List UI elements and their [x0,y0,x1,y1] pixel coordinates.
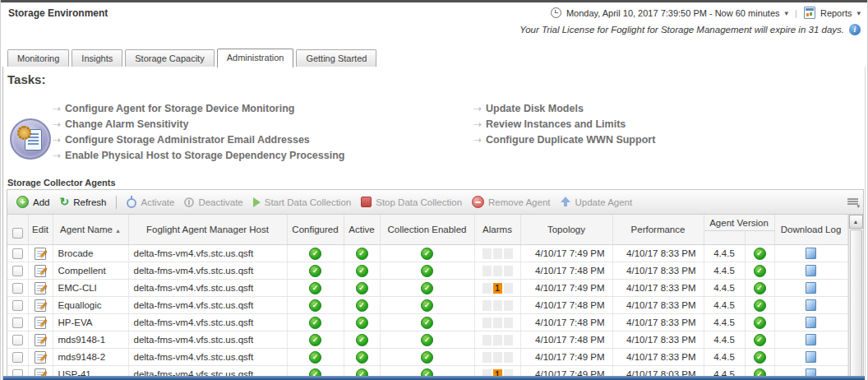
chevron-down-icon: ▾ [856,203,860,210]
table-row: Brocade delta-fms-vm4.vfs.stc.us.qsft 4/… [7,245,847,262]
tab-monitoring[interactable]: Monitoring [7,49,69,67]
scrollbar-thumb[interactable] [850,229,862,380]
col-agent-version-number [704,231,745,245]
edit-icon[interactable] [35,317,46,329]
row-checkbox[interactable] [12,352,23,363]
toolbar-separator [116,196,117,209]
download-log-icon[interactable] [806,282,816,294]
alarm-indicators [478,266,517,276]
reports-menu[interactable]: Reports [820,8,852,18]
edit-icon[interactable] [35,334,46,346]
download-log-icon[interactable] [806,317,816,328]
row-checkbox[interactable] [12,266,23,276]
add-button[interactable]: + Add [12,196,53,208]
table-row: Equallogic delta-fms-vm4.vfs.stc.us.qsft… [7,297,847,314]
remove-agent-button[interactable]: Remove Agent [468,196,554,208]
tab-getting-started[interactable]: Getting Started [296,49,376,67]
col-download-log[interactable]: Download Log [774,215,847,245]
performance-time-cell: 4/10/17 8:33 PM [612,349,704,366]
download-log-icon[interactable] [806,299,816,311]
download-log-icon[interactable] [806,248,816,259]
task-link-change-alarm-sensitivity[interactable]: ⇢ Change Alarm Sensitivity [53,116,344,132]
edit-icon[interactable] [35,265,46,277]
tab-storage-capacity[interactable]: Storage Capacity [125,49,214,67]
alarm-box [504,300,513,311]
update-agent-button[interactable]: Update Agent [556,197,637,207]
row-checkbox[interactable] [12,335,23,345]
alarm-indicators [478,352,517,363]
task-link-configure-email-addresses[interactable]: ⇢ Configure Storage Administrator Email … [53,132,344,147]
timerange-label[interactable]: Monday, April 10, 2017 7:39:50 PM - Now … [566,8,780,18]
col-host[interactable]: Foglight Agent Manager Host [128,215,287,245]
header-separator: | [795,8,797,18]
table-options-icon[interactable]: ▾ [847,197,858,207]
start-data-collection-button[interactable]: Start Data Collection [249,197,355,207]
tasks-left-column: ⇢ Configure Agent for Storage Device Mon… [53,100,344,163]
col-collection-enabled[interactable]: Collection Enabled [380,215,474,245]
task-arrow-icon: ⇢ [53,150,61,161]
download-log-icon[interactable] [806,265,816,276]
warning-alarm-count[interactable] [493,335,502,345]
storage-collector-agents-title: Storage Collector Agents [7,178,116,188]
stop-data-collection-button[interactable]: Stop Data Collection [357,197,466,207]
warning-alarm-count[interactable] [493,317,502,328]
edit-icon[interactable] [35,248,46,260]
page-title: Storage Environment [8,7,108,19]
alarm-box [504,317,513,328]
bottom-window-edge [3,376,865,380]
window-left-edge [0,0,1,380]
task-link-review-instances-limits[interactable]: ⇢ Review Instances and Limits [473,116,655,132]
activate-button[interactable]: Activate [122,196,178,208]
reports-dropdown-arrow-icon[interactable]: ▾ [856,9,861,17]
task-link-configure-duplicate-wwn[interactable]: ⇢ Configure Duplicate WWN Support [473,132,655,147]
window-top-edge [0,0,868,2]
reports-icon [804,7,815,19]
col-active[interactable]: Active [344,215,380,245]
tab-insights[interactable]: Insights [72,49,122,67]
info-icon[interactable]: i [849,24,861,35]
warning-alarm-count[interactable] [493,300,502,311]
row-checkbox[interactable] [12,248,23,259]
alarm-box [504,266,513,276]
agent-name-cell: EMC-CLI [53,280,128,297]
col-topology[interactable]: Topology [520,215,612,245]
select-all-checkbox[interactable] [12,228,23,239]
warning-alarm-count[interactable] [493,248,502,259]
col-performance[interactable]: Performance [612,215,704,245]
alarm-indicators [478,248,517,259]
row-checkbox[interactable] [12,300,23,311]
vertical-scrollbar[interactable]: ▲ [848,215,863,380]
edit-icon[interactable] [35,351,46,364]
table-row: mds9148-2 delta-fms-vm4.vfs.stc.us.qsft … [7,349,847,366]
task-link-update-disk-models[interactable]: ⇢ Update Disk Models [473,100,655,116]
refresh-button[interactable]: ↻ Refresh [55,197,110,207]
timerange-dropdown-arrow-icon[interactable]: ▾ [785,9,789,17]
deactivate-button[interactable]: Deactivate [180,197,247,207]
scroll-up-icon[interactable]: ▲ [849,215,863,229]
warning-alarm-count[interactable]: 1 [493,283,502,294]
collection-enabled-ok-icon [421,248,433,260]
download-log-icon[interactable] [806,334,816,345]
col-alarms[interactable]: Alarms [474,215,520,245]
row-checkbox[interactable] [12,283,23,294]
tasks-gear-checklist-icon [10,118,51,160]
warning-alarm-count[interactable] [493,352,502,363]
row-checkbox[interactable] [12,317,23,328]
task-link-configure-agent[interactable]: ⇢ Configure Agent for Storage Device Mon… [53,100,344,116]
task-link-enable-dependency-processing[interactable]: ⇢ Enable Physical Host to Storage Depend… [53,147,344,163]
tab-administration[interactable]: Administration [217,49,294,67]
tab-bar: Monitoring Insights Storage Capacity Adm… [2,48,866,67]
edit-icon[interactable] [35,299,46,312]
col-agent-version[interactable]: Agent Version [704,215,774,231]
alarm-indicators [478,300,517,311]
agent-version-cell: 4.4.5 [704,349,745,366]
configured-ok-icon [309,248,321,260]
download-log-icon[interactable] [806,351,816,363]
warning-alarm-count[interactable] [493,266,502,276]
host-cell: delta-fms-vm4.vfs.stc.us.qsft [128,245,287,262]
alarm-indicators [478,317,517,328]
edit-icon[interactable] [35,282,46,294]
col-agent-name[interactable]: Agent Name▲ [53,215,128,245]
up-arrow-icon [561,197,571,207]
col-configured[interactable]: Configured [287,215,344,245]
